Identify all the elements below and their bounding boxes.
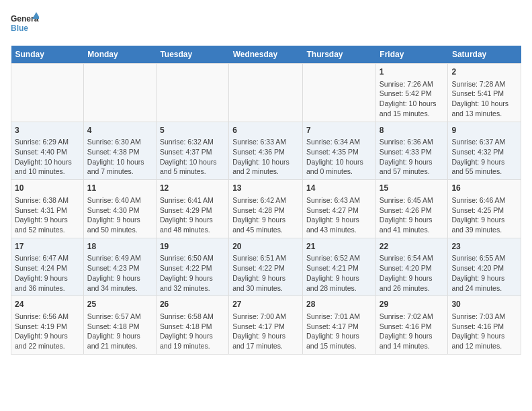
day-info: Sunrise: 6:55 AM Sunset: 4:20 PM Dayligh… xyxy=(451,253,517,293)
day-info: Sunrise: 6:42 AM Sunset: 4:28 PM Dayligh… xyxy=(232,195,299,235)
day-number: 17 xyxy=(15,241,80,253)
day-cell xyxy=(229,64,303,122)
day-cell xyxy=(11,64,84,122)
day-cell xyxy=(83,64,156,122)
day-cell: 21Sunrise: 6:52 AM Sunset: 4:21 PM Dayli… xyxy=(303,238,376,296)
day-cell: 16Sunrise: 6:46 AM Sunset: 4:25 PM Dayli… xyxy=(448,180,521,238)
day-cell: 30Sunrise: 7:03 AM Sunset: 4:16 PM Dayli… xyxy=(448,296,521,355)
week-row-4: 17Sunrise: 6:47 AM Sunset: 4:24 PM Dayli… xyxy=(11,238,521,296)
week-row-2: 3Sunrise: 6:29 AM Sunset: 4:40 PM Daylig… xyxy=(11,122,521,180)
day-cell: 25Sunrise: 6:57 AM Sunset: 4:18 PM Dayli… xyxy=(83,296,156,355)
col-header-tuesday: Tuesday xyxy=(156,46,228,64)
day-number: 14 xyxy=(306,183,372,194)
week-row-1: 1Sunrise: 7:26 AM Sunset: 5:42 PM Daylig… xyxy=(11,64,521,122)
day-number: 21 xyxy=(306,241,372,253)
day-cell: 27Sunrise: 7:00 AM Sunset: 4:17 PM Dayli… xyxy=(229,296,303,355)
day-cell: 28Sunrise: 7:01 AM Sunset: 4:17 PM Dayli… xyxy=(303,296,376,355)
day-cell: 15Sunrise: 6:45 AM Sunset: 4:26 PM Dayli… xyxy=(375,180,448,238)
day-info: Sunrise: 6:41 AM Sunset: 4:29 PM Dayligh… xyxy=(160,195,225,235)
day-cell xyxy=(303,64,376,122)
day-number: 1 xyxy=(380,66,445,78)
day-info: Sunrise: 7:28 AM Sunset: 5:41 PM Dayligh… xyxy=(451,79,517,119)
day-info: Sunrise: 7:02 AM Sunset: 4:16 PM Dayligh… xyxy=(380,312,445,351)
col-header-wednesday: Wednesday xyxy=(229,46,303,64)
day-info: Sunrise: 6:33 AM Sunset: 4:36 PM Dayligh… xyxy=(232,137,299,177)
day-number: 3 xyxy=(15,125,80,136)
day-number: 15 xyxy=(380,183,445,194)
day-cell: 12Sunrise: 6:41 AM Sunset: 4:29 PM Dayli… xyxy=(156,180,228,238)
day-number: 7 xyxy=(306,125,372,136)
day-info: Sunrise: 6:47 AM Sunset: 4:24 PM Dayligh… xyxy=(15,253,80,293)
day-number: 4 xyxy=(87,125,152,136)
day-info: Sunrise: 7:00 AM Sunset: 4:17 PM Dayligh… xyxy=(232,312,299,351)
day-number: 20 xyxy=(232,241,299,253)
day-cell: 17Sunrise: 6:47 AM Sunset: 4:24 PM Dayli… xyxy=(11,238,84,296)
col-header-thursday: Thursday xyxy=(303,46,376,64)
day-info: Sunrise: 6:32 AM Sunset: 4:37 PM Dayligh… xyxy=(160,137,225,177)
day-info: Sunrise: 6:46 AM Sunset: 4:25 PM Dayligh… xyxy=(451,195,517,235)
day-cell: 24Sunrise: 6:56 AM Sunset: 4:19 PM Dayli… xyxy=(11,296,84,355)
day-info: Sunrise: 7:26 AM Sunset: 5:42 PM Dayligh… xyxy=(380,79,445,119)
day-cell: 10Sunrise: 6:38 AM Sunset: 4:31 PM Dayli… xyxy=(11,180,84,238)
day-cell: 19Sunrise: 6:50 AM Sunset: 4:22 PM Dayli… xyxy=(156,238,228,296)
day-cell: 2Sunrise: 7:28 AM Sunset: 5:41 PM Daylig… xyxy=(448,64,521,122)
day-number: 27 xyxy=(232,299,299,310)
day-info: Sunrise: 6:34 AM Sunset: 4:35 PM Dayligh… xyxy=(306,137,372,177)
day-number: 10 xyxy=(15,183,80,194)
day-info: Sunrise: 6:45 AM Sunset: 4:26 PM Dayligh… xyxy=(380,195,445,235)
day-number: 30 xyxy=(451,299,517,310)
day-info: Sunrise: 6:52 AM Sunset: 4:21 PM Dayligh… xyxy=(306,253,372,293)
day-info: Sunrise: 6:58 AM Sunset: 4:18 PM Dayligh… xyxy=(160,312,225,351)
header: General Blue xyxy=(11,11,521,39)
day-cell: 22Sunrise: 6:54 AM Sunset: 4:20 PM Dayli… xyxy=(375,238,448,296)
day-cell: 7Sunrise: 6:34 AM Sunset: 4:35 PM Daylig… xyxy=(303,122,376,180)
day-number: 2 xyxy=(451,66,517,78)
day-cell: 4Sunrise: 6:30 AM Sunset: 4:38 PM Daylig… xyxy=(83,122,156,180)
logo-svg: General Blue xyxy=(11,11,39,39)
day-cell: 26Sunrise: 6:58 AM Sunset: 4:18 PM Dayli… xyxy=(156,296,228,355)
day-info: Sunrise: 6:38 AM Sunset: 4:31 PM Dayligh… xyxy=(15,195,80,235)
day-number: 13 xyxy=(232,183,299,194)
day-cell: 8Sunrise: 6:36 AM Sunset: 4:33 PM Daylig… xyxy=(375,122,448,180)
day-number: 23 xyxy=(451,241,517,253)
day-info: Sunrise: 6:29 AM Sunset: 4:40 PM Dayligh… xyxy=(15,137,80,177)
day-cell: 14Sunrise: 6:43 AM Sunset: 4:27 PM Dayli… xyxy=(303,180,376,238)
day-number: 29 xyxy=(380,299,445,310)
day-cell: 1Sunrise: 7:26 AM Sunset: 5:42 PM Daylig… xyxy=(375,64,448,122)
col-header-monday: Monday xyxy=(83,46,156,64)
day-cell xyxy=(156,64,228,122)
day-number: 22 xyxy=(380,241,445,253)
day-cell: 11Sunrise: 6:40 AM Sunset: 4:30 PM Dayli… xyxy=(83,180,156,238)
day-info: Sunrise: 6:57 AM Sunset: 4:18 PM Dayligh… xyxy=(87,312,152,351)
day-cell: 9Sunrise: 6:37 AM Sunset: 4:32 PM Daylig… xyxy=(448,122,521,180)
day-number: 5 xyxy=(160,125,225,136)
header-row: SundayMondayTuesdayWednesdayThursdayFrid… xyxy=(11,46,521,64)
day-cell: 29Sunrise: 7:02 AM Sunset: 4:16 PM Dayli… xyxy=(375,296,448,355)
day-number: 6 xyxy=(232,125,299,136)
day-cell: 3Sunrise: 6:29 AM Sunset: 4:40 PM Daylig… xyxy=(11,122,84,180)
col-header-sunday: Sunday xyxy=(11,46,84,64)
day-cell: 20Sunrise: 6:51 AM Sunset: 4:22 PM Dayli… xyxy=(229,238,303,296)
day-info: Sunrise: 6:43 AM Sunset: 4:27 PM Dayligh… xyxy=(306,195,372,235)
day-info: Sunrise: 6:37 AM Sunset: 4:32 PM Dayligh… xyxy=(451,137,517,177)
day-number: 24 xyxy=(15,299,80,310)
day-info: Sunrise: 6:49 AM Sunset: 4:23 PM Dayligh… xyxy=(87,253,152,293)
day-info: Sunrise: 6:56 AM Sunset: 4:19 PM Dayligh… xyxy=(15,312,80,351)
day-number: 18 xyxy=(87,241,152,253)
day-cell: 6Sunrise: 6:33 AM Sunset: 4:36 PM Daylig… xyxy=(229,122,303,180)
day-info: Sunrise: 6:40 AM Sunset: 4:30 PM Dayligh… xyxy=(87,195,152,235)
logo: General Blue xyxy=(11,11,39,39)
day-info: Sunrise: 6:30 AM Sunset: 4:38 PM Dayligh… xyxy=(87,137,152,177)
day-cell: 13Sunrise: 6:42 AM Sunset: 4:28 PM Dayli… xyxy=(229,180,303,238)
day-info: Sunrise: 6:36 AM Sunset: 4:33 PM Dayligh… xyxy=(380,137,445,177)
day-info: Sunrise: 6:51 AM Sunset: 4:22 PM Dayligh… xyxy=(232,253,299,293)
day-info: Sunrise: 7:01 AM Sunset: 4:17 PM Dayligh… xyxy=(306,312,372,351)
day-cell: 23Sunrise: 6:55 AM Sunset: 4:20 PM Dayli… xyxy=(448,238,521,296)
day-info: Sunrise: 6:54 AM Sunset: 4:20 PM Dayligh… xyxy=(380,253,445,293)
col-header-friday: Friday xyxy=(375,46,448,64)
week-row-3: 10Sunrise: 6:38 AM Sunset: 4:31 PM Dayli… xyxy=(11,180,521,238)
day-number: 8 xyxy=(380,125,445,136)
day-number: 11 xyxy=(87,183,152,194)
day-info: Sunrise: 6:50 AM Sunset: 4:22 PM Dayligh… xyxy=(160,253,225,293)
day-number: 9 xyxy=(451,125,517,136)
